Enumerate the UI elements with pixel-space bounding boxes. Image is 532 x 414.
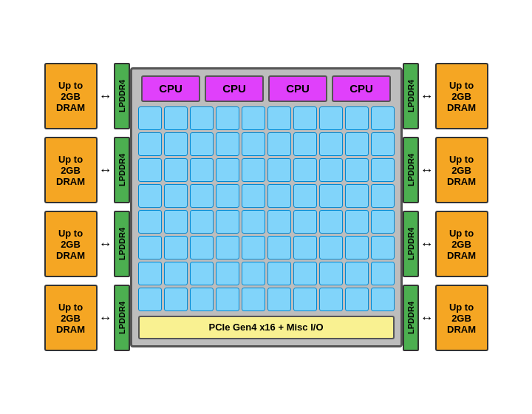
grid-cell bbox=[319, 288, 343, 311]
right-dram-group-3: ↔ Up to2GBDRAM bbox=[419, 211, 488, 277]
grid-cell bbox=[138, 106, 162, 130]
grid-cell bbox=[293, 210, 317, 234]
grid-cell bbox=[164, 210, 188, 234]
left-lpddr-col: LPDDR4 LPDDR4 LPDDR4 LPDDR4 bbox=[114, 63, 130, 351]
grid-cell bbox=[190, 158, 214, 182]
grid-cell bbox=[267, 210, 291, 234]
right-dram-col: ↔ Up to2GBDRAM ↔ Up to2GBDRAM ↔ Up to2GB… bbox=[419, 63, 488, 351]
right-arrow-2: ↔ bbox=[419, 163, 435, 178]
cpu-2: CPU bbox=[205, 75, 264, 102]
grid-cell bbox=[345, 158, 369, 182]
left-lpddr-4: LPDDR4 bbox=[114, 285, 130, 351]
grid-cell bbox=[345, 132, 369, 156]
grid-cell bbox=[216, 184, 239, 208]
grid-cell bbox=[345, 262, 369, 285]
grid-cell bbox=[164, 236, 188, 259]
grid-cell bbox=[190, 106, 214, 130]
right-lpddr-1: LPDDR4 bbox=[403, 63, 419, 129]
right-dram-box-1: Up to2GBDRAM bbox=[435, 63, 488, 129]
chip-diagram: Up to2GBDRAM ↔ Up to2GBDRAM ↔ Up to2GBDR… bbox=[44, 63, 488, 351]
grid-cell bbox=[267, 184, 291, 208]
grid-cell bbox=[242, 158, 265, 182]
left-arrow-2: ↔ bbox=[98, 163, 114, 178]
right-lpddr-2: LPDDR4 bbox=[403, 137, 419, 203]
right-arrow-4: ↔ bbox=[419, 310, 435, 326]
grid-cell bbox=[267, 236, 291, 259]
grid-cell bbox=[242, 210, 265, 234]
grid-cell bbox=[319, 262, 343, 285]
grid-cell bbox=[164, 262, 188, 285]
left-dram-group-4: Up to2GBDRAM ↔ bbox=[44, 285, 114, 351]
grid-cell bbox=[267, 288, 291, 311]
grid-cell bbox=[190, 210, 214, 234]
grid-cell bbox=[190, 236, 214, 259]
grid-cell bbox=[216, 132, 239, 156]
grid-cell bbox=[242, 106, 265, 130]
grid-cell bbox=[371, 158, 395, 182]
grid-cell bbox=[216, 106, 239, 130]
pcie-bar: PCIe Gen4 x16 + Misc I/O bbox=[138, 316, 395, 339]
grid-cell bbox=[293, 106, 317, 130]
grid-cell bbox=[242, 236, 265, 259]
left-lpddr-3: LPDDR4 bbox=[114, 211, 130, 277]
grid-cell bbox=[319, 210, 343, 234]
right-dram-box-4: Up to2GBDRAM bbox=[435, 285, 488, 351]
right-dram-group-1: ↔ Up to2GBDRAM bbox=[419, 63, 488, 129]
grid-cell bbox=[319, 184, 343, 208]
grid-cell bbox=[138, 184, 162, 208]
grid-cell bbox=[371, 236, 395, 259]
grid-cell bbox=[319, 158, 343, 182]
memory-grid bbox=[138, 106, 395, 311]
left-dram-box-1: Up to2GBDRAM bbox=[44, 63, 98, 129]
grid-cell bbox=[345, 288, 369, 311]
grid-cell bbox=[216, 262, 239, 285]
left-dram-box-2: Up to2GBDRAM bbox=[44, 137, 98, 203]
right-dram-box-2: Up to2GBDRAM bbox=[435, 137, 488, 203]
grid-cell bbox=[138, 132, 162, 156]
grid-cell bbox=[190, 262, 214, 285]
left-lpddr-1: LPDDR4 bbox=[114, 63, 130, 129]
grid-cell bbox=[190, 184, 214, 208]
grid-cell bbox=[293, 236, 317, 259]
grid-cell bbox=[371, 288, 395, 311]
right-dram-group-2: ↔ Up to2GBDRAM bbox=[419, 137, 488, 203]
left-dram-group-2: Up to2GBDRAM ↔ bbox=[44, 137, 114, 203]
grid-cell bbox=[242, 288, 265, 311]
grid-cell bbox=[138, 262, 162, 285]
grid-cell bbox=[345, 236, 369, 259]
grid-cell bbox=[164, 158, 188, 182]
grid-cell bbox=[345, 210, 369, 234]
grid-cell bbox=[190, 288, 214, 311]
right-lpddr-3: LPDDR4 bbox=[403, 211, 419, 277]
cpu-4: CPU bbox=[332, 75, 391, 102]
grid-cell bbox=[267, 158, 291, 182]
grid-cell bbox=[293, 262, 317, 285]
grid-cell bbox=[216, 288, 239, 311]
grid-cell bbox=[138, 210, 162, 234]
grid-cell bbox=[164, 106, 188, 130]
grid-cell bbox=[267, 262, 291, 285]
cpu-1: CPU bbox=[141, 75, 200, 102]
grid-cell bbox=[216, 158, 239, 182]
right-lpddr-col: LPDDR4 LPDDR4 LPDDR4 LPDDR4 bbox=[403, 63, 419, 351]
right-arrow-1: ↔ bbox=[419, 89, 435, 104]
grid-cell bbox=[164, 184, 188, 208]
left-dram-group-3: Up to2GBDRAM ↔ bbox=[44, 211, 114, 277]
grid-cell bbox=[267, 132, 291, 156]
left-arrow-4: ↔ bbox=[98, 310, 114, 326]
grid-cell bbox=[293, 132, 317, 156]
left-lpddr-2: LPDDR4 bbox=[114, 137, 130, 203]
grid-cell bbox=[345, 184, 369, 208]
left-arrow-3: ↔ bbox=[98, 237, 114, 252]
cpu-row: CPU CPU CPU CPU bbox=[141, 75, 391, 102]
grid-cell bbox=[293, 158, 317, 182]
grid-cell bbox=[319, 106, 343, 130]
left-dram-box-4: Up to2GBDRAM bbox=[44, 285, 98, 351]
right-lpddr-4: LPDDR4 bbox=[403, 285, 419, 351]
grid-cell bbox=[293, 184, 317, 208]
grid-cell bbox=[371, 132, 395, 156]
right-arrow-3: ↔ bbox=[419, 237, 435, 252]
grid-cell bbox=[138, 288, 162, 311]
grid-cell bbox=[138, 158, 162, 182]
grid-cell bbox=[190, 132, 214, 156]
